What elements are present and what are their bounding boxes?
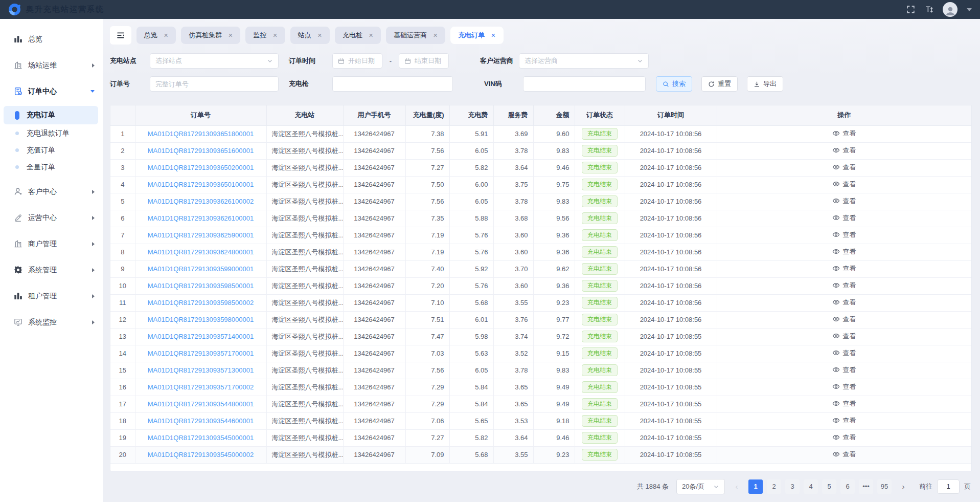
tab-charger[interactable]: 充电桩✕ <box>335 27 381 44</box>
order-number-link[interactable]: MA01D1QR8172913093625900001 <box>148 231 254 239</box>
view-button[interactable]: 查看 <box>832 399 856 408</box>
tab-base-operator[interactable]: 基础运营商✕ <box>386 27 445 44</box>
chevron-down-icon[interactable] <box>967 8 972 11</box>
order-number-link[interactable]: MA01D1QR8172913093651800001 <box>148 130 254 138</box>
view-button[interactable]: 查看 <box>832 315 856 324</box>
export-button[interactable]: 导出 <box>747 76 783 92</box>
avatar[interactable] <box>943 2 958 17</box>
order-number-link[interactable]: MA01D1QR8172913093626100001 <box>148 214 254 222</box>
vin-input[interactable] <box>523 76 646 92</box>
view-button[interactable]: 查看 <box>832 281 856 290</box>
view-button[interactable]: 查看 <box>832 197 856 206</box>
close-icon[interactable]: ✕ <box>272 33 277 38</box>
fullscreen-icon[interactable] <box>906 5 915 14</box>
view-button[interactable]: 查看 <box>832 146 856 155</box>
end-date-input[interactable]: 结束日期 <box>399 53 449 69</box>
sidebar-item-all-orders[interactable]: 全量订单 <box>0 159 103 176</box>
order-number-link[interactable]: MA01D1QR8172913093545000002 <box>148 451 254 459</box>
dot-icon <box>15 165 19 169</box>
close-icon[interactable]: ✕ <box>164 33 168 38</box>
sidebar-item-customer-center[interactable]: 客户中心 <box>0 179 103 205</box>
page-button-4[interactable]: 4 <box>804 479 818 494</box>
view-button[interactable]: 查看 <box>832 247 856 256</box>
sidebar-item-system-mgmt[interactable]: 系统管理 <box>0 257 103 283</box>
page-button-95[interactable]: 95 <box>877 479 892 494</box>
order-number-link[interactable]: MA01D1QR8172913093599000001 <box>148 265 254 273</box>
search-button[interactable]: 搜索 <box>656 76 692 92</box>
filter-panel: 充电站点 选择站点 订单时间 开始日期 - 结束日期 客户运营商 选择运营商 订… <box>110 53 972 92</box>
operator-select[interactable]: 选择运营商 <box>519 53 649 69</box>
order-number-link[interactable]: MA01D1QR8172913093544800001 <box>148 400 254 408</box>
sidebar-item-merchant-mgmt[interactable]: 商户管理 <box>0 231 103 257</box>
view-button[interactable]: 查看 <box>832 264 856 273</box>
start-date-input[interactable]: 开始日期 <box>332 53 382 69</box>
close-icon[interactable]: ✕ <box>317 33 322 38</box>
view-button[interactable]: 查看 <box>832 180 856 189</box>
sidebar-item-recharge-orders[interactable]: 充值订单 <box>0 142 103 159</box>
font-size-icon[interactable] <box>924 5 933 14</box>
order-number-link[interactable]: MA01D1QR8172913093544600001 <box>148 417 254 425</box>
order-no-input[interactable] <box>150 76 279 92</box>
order-number-link[interactable]: MA01D1QR8172913093598000001 <box>148 316 254 323</box>
order-number-link[interactable]: MA01D1QR8172913093571700001 <box>148 350 254 357</box>
page-size-select[interactable]: 20条/页 <box>676 479 725 494</box>
tab-sim-pile-cluster[interactable]: 仿真桩集群✕ <box>181 27 240 44</box>
sidebar-item-order-center[interactable]: 订单中心 <box>0 78 103 104</box>
total-amount: 9.36 <box>533 244 575 260</box>
tab-charge-order[interactable]: 充电订单✕ <box>450 27 503 44</box>
close-icon[interactable]: ✕ <box>228 33 233 38</box>
tab-station[interactable]: 站点✕ <box>290 27 330 44</box>
sidebar-item-system-monitor[interactable]: 系统监控 <box>0 309 103 335</box>
view-button[interactable]: 查看 <box>832 298 856 307</box>
view-button[interactable]: 查看 <box>832 213 856 223</box>
order-number-link[interactable]: MA01D1QR8172913093598500002 <box>148 299 254 307</box>
view-button[interactable]: 查看 <box>832 365 856 375</box>
order-number-link[interactable]: MA01D1QR8172913093571300001 <box>148 366 254 374</box>
next-page-button[interactable]: › <box>896 479 910 494</box>
view-button[interactable]: 查看 <box>832 230 856 239</box>
order-number-link[interactable]: MA01D1QR8172913093545000001 <box>148 434 254 442</box>
order-number-link[interactable]: MA01D1QR8172913093650100001 <box>148 181 254 188</box>
tab-monitor[interactable]: 监控✕ <box>245 27 285 44</box>
more-pages-button[interactable]: ••• <box>859 479 873 494</box>
order-number-link[interactable]: MA01D1QR8172913093626100002 <box>148 198 254 205</box>
close-icon[interactable]: ✕ <box>491 33 495 38</box>
order-number-link[interactable]: MA01D1QR8172913093650200001 <box>148 164 254 171</box>
order-number-link[interactable]: MA01D1QR8172913093571400001 <box>148 333 254 340</box>
view-button[interactable]: 查看 <box>832 416 856 425</box>
page-button-5[interactable]: 5 <box>822 479 836 494</box>
order-number-link[interactable]: MA01D1QR8172913093598500001 <box>148 282 254 290</box>
view-button[interactable]: 查看 <box>832 163 856 172</box>
close-icon[interactable]: ✕ <box>433 33 438 38</box>
station-select[interactable]: 选择站点 <box>150 53 279 69</box>
tab-overview[interactable]: 总览✕ <box>136 27 176 44</box>
collapse-menu-button[interactable] <box>110 26 131 45</box>
order-number-link[interactable]: MA01D1QR8172913093571700002 <box>148 383 254 391</box>
goto-page-input[interactable] <box>937 479 960 494</box>
cell: 充电结束 <box>575 277 625 294</box>
page-button-1[interactable]: 1 <box>748 479 763 494</box>
sidebar-item-station-ops[interactable]: 场站运维 <box>0 52 103 78</box>
view-button[interactable]: 查看 <box>832 382 856 391</box>
sidebar-item-operation-center[interactable]: 运营中心 <box>0 205 103 231</box>
table-row: 15MA01D1QR8172913093571300001海淀区圣熙八号模拟桩.… <box>110 362 971 379</box>
prev-page-button[interactable]: ‹ <box>730 479 744 494</box>
sidebar-item-tenant-mgmt[interactable]: 租户管理 <box>0 283 103 309</box>
page-button-6[interactable]: 6 <box>840 479 855 494</box>
reset-button[interactable]: 重置 <box>701 76 738 92</box>
close-icon[interactable]: ✕ <box>369 33 373 38</box>
sidebar-item-overview[interactable]: 总览 <box>0 26 103 52</box>
view-button[interactable]: 查看 <box>832 433 856 442</box>
status-badge: 充电结束 <box>582 212 618 225</box>
page-button-3[interactable]: 3 <box>785 479 800 494</box>
gun-input[interactable] <box>332 76 453 92</box>
view-button[interactable]: 查看 <box>832 450 856 459</box>
view-button[interactable]: 查看 <box>832 348 856 358</box>
view-button[interactable]: 查看 <box>832 332 856 341</box>
sidebar-item-charge-orders[interactable]: 充电订单 <box>4 106 98 124</box>
view-button[interactable]: 查看 <box>832 129 856 138</box>
page-button-2[interactable]: 2 <box>767 479 781 494</box>
order-number-link[interactable]: MA01D1QR8172913093624800001 <box>148 248 254 256</box>
order-number-link[interactable]: MA01D1QR8172913093651600001 <box>148 147 254 155</box>
sidebar-item-refund-orders[interactable]: 充电退款订单 <box>0 125 103 142</box>
